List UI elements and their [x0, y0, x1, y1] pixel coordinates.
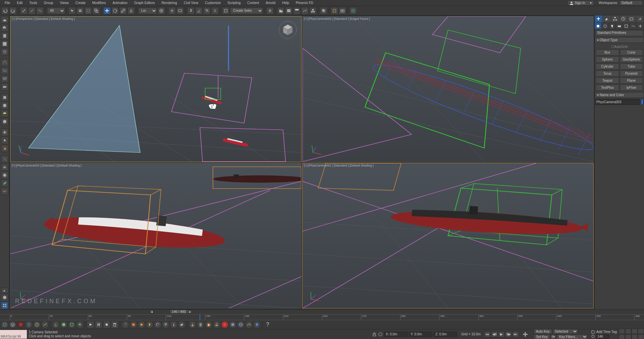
undo-button[interactable]: [1, 7, 9, 14]
prim-plane[interactable]: Plane: [620, 77, 643, 84]
bi-clock-icon[interactable]: [33, 321, 41, 328]
lp-note-icon[interactable]: [1, 32, 8, 40]
primitive-category-dropdown[interactable]: Standard Primitives: [595, 30, 643, 36]
schematic-view-button[interactable]: [309, 7, 317, 14]
lp-light-dot-icon[interactable]: [1, 137, 8, 144]
play-stop-button[interactable]: [103, 321, 110, 328]
lp-prim-hemisphere-icon[interactable]: [1, 110, 8, 117]
menu-arnold[interactable]: Arnold: [262, 0, 279, 5]
modify-tab[interactable]: [603, 15, 611, 22]
menu-help[interactable]: Help: [279, 0, 292, 5]
bi-gauge-icon[interactable]: [245, 321, 253, 328]
viewport-physcam002[interactable]: [+] [PhysCamera002 ] [Standard ] [Edged …: [302, 16, 594, 162]
rollout-name-color[interactable]: ▾ Name and Color: [595, 92, 644, 98]
rectangular-region-button[interactable]: [85, 7, 92, 14]
shapes-subtab[interactable]: [602, 23, 609, 29]
bi-box3-icon[interactable]: [68, 321, 75, 328]
play-play-button[interactable]: [87, 321, 94, 328]
bi-coffee-icon[interactable]: [213, 321, 220, 328]
lp-prim-sphere-icon[interactable]: [1, 102, 8, 109]
ref-coord-dropdown[interactable]: Local: [138, 7, 157, 14]
nav-maximize[interactable]: [638, 334, 644, 339]
select-rotate-button[interactable]: [111, 7, 119, 14]
bi-swirl-icon[interactable]: [154, 321, 161, 328]
prim-textplus[interactable]: TextPlus: [596, 84, 619, 91]
play-trash-button[interactable]: [111, 321, 118, 328]
lp-teapot-icon[interactable]: [1, 16, 8, 23]
lock-icon[interactable]: [372, 332, 377, 337]
help-icon[interactable]: ?: [264, 321, 271, 328]
bi-box-icon[interactable]: [1, 321, 8, 328]
lp-grid-icon[interactable]: [1, 40, 8, 48]
setkey-button[interactable]: Set Key: [534, 334, 550, 339]
toggle-layer-explorer-button[interactable]: [285, 7, 292, 14]
bi-import-icon[interactable]: [52, 321, 59, 328]
select-manipulate-button[interactable]: [168, 7, 176, 14]
spinner-snap-button[interactable]: [211, 7, 219, 14]
nav-orbit[interactable]: [632, 334, 638, 339]
bi-smoke-icon[interactable]: [178, 321, 185, 328]
prim-pyramid[interactable]: Pyramid: [620, 70, 643, 77]
bi-red-dot-icon[interactable]: [221, 321, 228, 328]
geometry-subtab[interactable]: [595, 23, 602, 29]
spacewarps-subtab[interactable]: [630, 23, 637, 29]
sign-in-button[interactable]: Sign In ▾: [567, 0, 594, 6]
menu-file[interactable]: File: [1, 0, 13, 5]
bi-box2-icon[interactable]: [60, 321, 67, 328]
viewport-physcam003[interactable]: [+] [PhysCamera003 ] [Standard ] [Defaul…: [10, 163, 302, 309]
select-place-button[interactable]: [127, 7, 135, 14]
key-filters-select[interactable]: Key Filters...: [557, 334, 588, 339]
menu-rendering[interactable]: Rendering: [158, 0, 180, 5]
bi-graph-icon[interactable]: [41, 321, 49, 328]
systems-subtab[interactable]: [637, 23, 644, 29]
unlink-button[interactable]: [28, 7, 36, 14]
slider-prev[interactable]: ◂: [150, 310, 154, 314]
lp-layers-icon[interactable]: [1, 48, 8, 56]
time-ruler[interactable]: 0306090120150180210240270300330360390420…: [0, 314, 644, 320]
menu-content[interactable]: Content: [244, 0, 262, 5]
menu-edit[interactable]: Edit: [13, 0, 26, 5]
bi-candle-icon[interactable]: [170, 321, 177, 328]
bi-globe-icon[interactable]: [237, 321, 245, 328]
viewport-label[interactable]: [+] [PhysCamera001 ] [Standard ] [Defaul…: [304, 164, 374, 167]
menu-tools[interactable]: Tools: [26, 0, 40, 5]
object-name-input[interactable]: [595, 99, 640, 105]
current-frame-input[interactable]: [596, 334, 609, 339]
bind-spacewarp-button[interactable]: [36, 7, 44, 14]
lp-expand-icon[interactable]: ▸: [1, 288, 8, 293]
bi-red-sphere-icon[interactable]: [17, 321, 24, 328]
time-config-icon[interactable]: [591, 334, 596, 338]
select-scale-button[interactable]: [119, 7, 127, 14]
lp-cloud-icon[interactable]: [1, 24, 8, 31]
goto-end-button[interactable]: ⏭: [512, 331, 519, 337]
toggle-ribbon-button[interactable]: [293, 7, 301, 14]
bi-beer-icon[interactable]: [205, 321, 212, 328]
menu-animation[interactable]: Animation: [109, 0, 131, 5]
viewport-perspective[interactable]: [+] [Perspective ] [Standard ] [Default …: [10, 16, 302, 162]
lp-leaf-icon[interactable]: [1, 180, 8, 187]
viewcube[interactable]: [278, 20, 298, 40]
window-crossing-button[interactable]: [93, 7, 100, 14]
menu-scripting[interactable]: Scripting: [224, 0, 244, 5]
selection-filter-dropdown[interactable]: All: [47, 7, 65, 14]
bi-flame-icon[interactable]: [146, 321, 153, 328]
lp-prim-torus-icon[interactable]: [1, 118, 8, 125]
bi-explosion-icon[interactable]: [138, 321, 145, 328]
select-move-button[interactable]: [103, 7, 111, 14]
nav-pan[interactable]: [625, 334, 631, 339]
align-button[interactable]: [277, 7, 284, 14]
lp-waves-icon[interactable]: [1, 67, 8, 74]
nav-zoom-extents-all[interactable]: [638, 329, 644, 334]
x-coord[interactable]: X: 0.0m: [384, 332, 408, 337]
nav-fov[interactable]: [619, 334, 625, 339]
play-anim-button[interactable]: ▶: [498, 331, 505, 337]
prim-geosphere[interactable]: GeoSphere: [620, 56, 643, 63]
key-mode-icon[interactable]: [522, 331, 529, 338]
bi-badge-icon[interactable]: [253, 321, 261, 328]
prim-box[interactable]: Box: [596, 49, 619, 56]
menu-graph-editors[interactable]: Graph Editors: [131, 0, 158, 5]
time-tag-icon[interactable]: [591, 330, 596, 334]
lp-light-sun-icon[interactable]: [1, 129, 8, 136]
bi-drop-icon[interactable]: [25, 321, 33, 328]
y-coord[interactable]: Y: 0.0m: [409, 332, 432, 337]
